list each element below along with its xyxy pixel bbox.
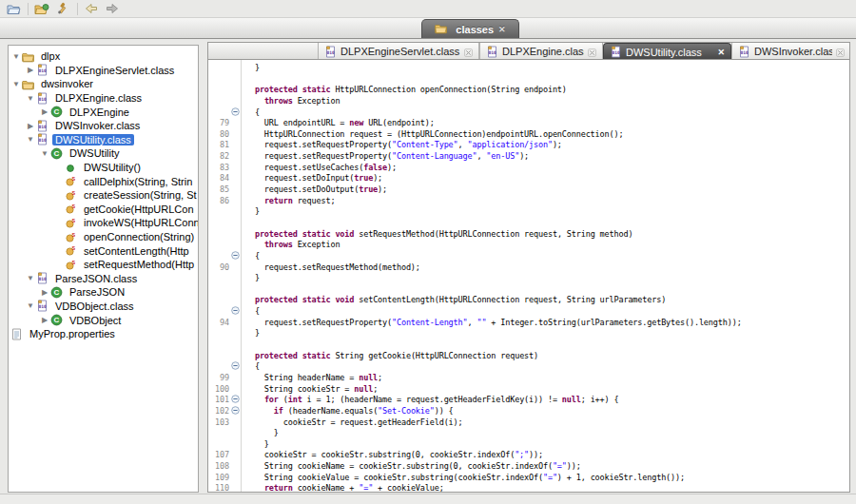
tree-item-dwsutility[interactable]: DWSUtility(): [9, 161, 198, 175]
open-all-sources-icon[interactable]: [33, 2, 50, 16]
code-plain: i = 1; (headerName = request.getHeaderFi…: [302, 395, 562, 404]
tree-item-label: DLPXEngineServlet.class: [52, 65, 177, 76]
tree-item-vdbobject[interactable]: ▶CVDBObject: [9, 313, 198, 327]
tree-item-dlpxengineservlet-class[interactable]: ▶010DLPXEngineServlet.class: [9, 64, 198, 78]
code-plain: }: [245, 273, 260, 282]
tree-item-dwsinvoker-class[interactable]: ▶010DWSInvoker.class: [9, 119, 198, 133]
tree-item-parsejson[interactable]: ▶CParseJSON: [9, 285, 198, 300]
code-plain: }: [245, 428, 279, 437]
code-plain: {: [245, 107, 260, 117]
tree-item-vdbobject-class[interactable]: ▼010VDBObject.class: [9, 300, 198, 314]
tree-item-setcontentlength-http[interactable]: SsetContentLength(Http: [9, 243, 198, 258]
code-text: request.setRequestProperty("Content-Leng…: [241, 318, 742, 327]
tree-item-dwsutility-class[interactable]: ▼010DWSUtility.class: [9, 133, 198, 147]
forward-icon[interactable]: [104, 2, 121, 16]
chevron-right-icon[interactable]: ▶: [39, 288, 50, 297]
chevron-right-icon[interactable]: ▶: [25, 66, 36, 74]
fold-collapse-icon[interactable]: [229, 361, 241, 373]
code-line: }: [208, 439, 849, 451]
tree-item-dwsutility[interactable]: ▼CDWSUtility: [9, 146, 198, 161]
code-string: "=": [553, 461, 567, 471]
fold-collapse-icon[interactable]: [229, 251, 241, 262]
code-text: if (headerName.equals("Set-Cookie")) {: [241, 406, 454, 416]
tree-item-label: VDBObject.class: [52, 300, 137, 312]
chevron-right-icon[interactable]: ▶: [39, 107, 50, 116]
svg-text:010: 010: [740, 50, 749, 55]
package-tree-panel: ▼dlpx▶010DLPXEngineServlet.class▼dwsinvo…: [8, 45, 199, 493]
close-icon[interactable]: [588, 48, 596, 56]
code-keyword: static: [302, 85, 331, 94]
line-number: 100: [208, 384, 229, 396]
tree-item-setrequestmethod-http[interactable]: SsetRequestMethod(Http: [9, 258, 198, 272]
code-text: request.setDoInput(true);: [241, 173, 382, 183]
tree-item-label: invokeWS(HttpURLConn: [81, 217, 198, 228]
static-method-icon: S: [65, 175, 78, 187]
chevron-down-icon[interactable]: ▼: [25, 94, 36, 103]
chevron-right-icon[interactable]: ▶: [39, 316, 50, 324]
open-file-icon[interactable]: [5, 2, 22, 16]
code-plain: String cookieStr =: [245, 384, 354, 394]
chevron-down-icon[interactable]: ▼: [25, 274, 36, 282]
tree-item-parsejson-class[interactable]: ▼010ParseJSON.class: [9, 272, 198, 286]
tree-item-openconnection-string[interactable]: SopenConnection(String): [9, 230, 198, 244]
workspace-tab-classes[interactable]: classes ✕: [421, 19, 519, 38]
code-text: }: [241, 439, 269, 449]
code-keyword: return: [264, 196, 293, 205]
constructor-icon: [65, 162, 78, 174]
close-icon[interactable]: ✕: [498, 25, 506, 34]
svg-text:S: S: [71, 218, 75, 223]
chevron-down-icon[interactable]: ▼: [10, 80, 22, 88]
chevron-right-icon[interactable]: ▶: [25, 122, 36, 130]
tree-item-label: setContentLength(Http: [81, 245, 192, 257]
editor-tab-dwsutility-class[interactable]: 010DWSUtility.class✕: [603, 43, 731, 60]
tree-item-dwsinvoker[interactable]: ▼dwsinvoker: [9, 77, 198, 91]
properties-file-icon: [10, 328, 24, 340]
static-method-icon: S: [65, 203, 78, 215]
class-file-icon: 010: [486, 46, 498, 58]
tree-item-calldelphix-string-strin[interactable]: ScallDelphix(String, Strin: [9, 174, 198, 188]
code-plain: String headerName =: [245, 373, 359, 382]
search-icon[interactable]: [54, 2, 71, 16]
tree-item-invokews-httpurlconn[interactable]: SinvokeWS(HttpURLConn: [9, 216, 198, 230]
gutter-separator: [241, 60, 242, 492]
code-line: 83 request.setUseCaches(false);: [208, 163, 849, 174]
tree-item-getcookie-httpurlcon[interactable]: SgetCookie(HttpURLCon: [9, 203, 198, 217]
editor-tab-dlpxengine-class[interactable]: 010DLPXEngine.class: [479, 43, 603, 60]
back-icon[interactable]: [83, 2, 100, 16]
tree-item-dlpx[interactable]: ▼dlpx: [9, 49, 198, 64]
code-text: return cookieName + "=" + cookieValue;: [241, 483, 444, 492]
chevron-down-icon[interactable]: ▼: [25, 301, 36, 310]
toolbar-separator: [28, 3, 29, 15]
code-plain: )) {: [435, 406, 454, 416]
editor-tab-dlpxengineservlet-class[interactable]: 010DLPXEngineServlet.class: [318, 43, 479, 60]
chevron-down-icon[interactable]: ▼: [10, 52, 22, 61]
code-line: 94 request.setRequestProperty("Content-L…: [208, 318, 849, 329]
fold-collapse-icon[interactable]: [229, 107, 241, 119]
chevron-down-icon[interactable]: ▼: [25, 135, 36, 144]
svg-text:S: S: [71, 176, 75, 182]
code-line: 101 for (int i = 1; (headerName = reques…: [208, 395, 849, 406]
code-text: request.setRequestProperty("Content-Type…: [241, 140, 562, 149]
code-text: String cookieName = cookieStr.substring(…: [241, 461, 581, 471]
code-text: }: [241, 63, 260, 72]
code-viewer[interactable]: } protected static HttpURLConnection ope…: [208, 60, 849, 492]
close-icon[interactable]: [464, 48, 473, 56]
tree-item-myprop-properties[interactable]: MyProp.properties: [9, 327, 198, 341]
code-plain: HttpURLConnection request = (HttpURLConn…: [245, 129, 623, 139]
code-keyword: int: [288, 395, 302, 404]
code-plain: [245, 85, 255, 94]
close-icon[interactable]: [836, 48, 845, 56]
editor-tab-dwsinvoker-class[interactable]: 010DWSInvoker.class: [731, 43, 849, 60]
code-keyword: true: [354, 173, 373, 183]
code-plain: Exception: [293, 96, 340, 106]
fold-collapse-icon[interactable]: [229, 395, 241, 406]
tree-item-label: ParseJSON: [67, 286, 127, 298]
close-icon[interactable]: ✕: [717, 48, 725, 57]
fold-collapse-icon[interactable]: [229, 406, 241, 417]
tree-item-dlpxengine-class[interactable]: ▼010DLPXEngine.class: [9, 91, 198, 106]
code-text: throws Exception: [241, 240, 340, 249]
chevron-down-icon[interactable]: ▼: [39, 149, 50, 158]
tree-item-createsession-string-st[interactable]: ScreateSession(String, St: [9, 188, 198, 203]
tree-item-dlpxengine[interactable]: ▶CDLPXEngine: [9, 105, 198, 119]
fold-collapse-icon[interactable]: [229, 306, 241, 318]
